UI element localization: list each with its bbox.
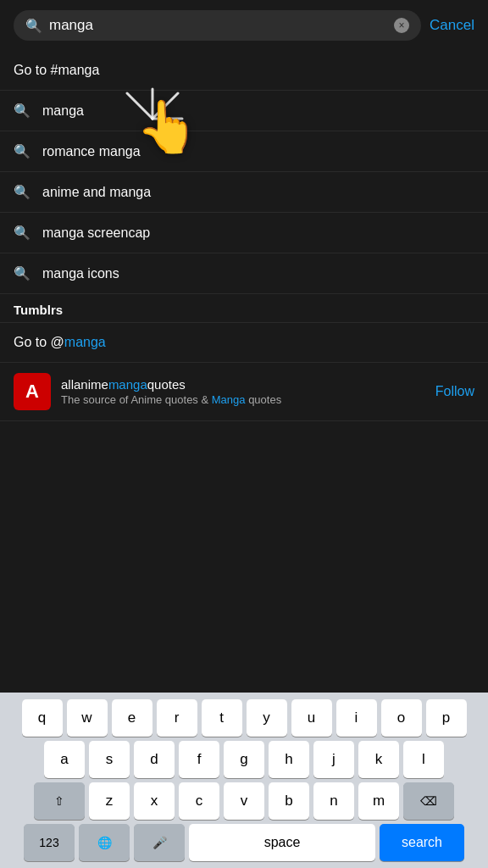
key-d[interactable]: d [134, 741, 175, 778]
tumblr-account-item[interactable]: A allanimemangaquotes The source of Anim… [0, 363, 488, 421]
at-suggestion[interactable]: Go to @manga [0, 323, 488, 363]
follow-button[interactable]: Follow [435, 384, 474, 399]
goto-at-highlight: manga [64, 335, 106, 349]
list-item[interactable]: 🔍 manga icons [0, 253, 488, 294]
search-icon: 🔍 [14, 143, 30, 159]
avatar: A [14, 373, 51, 410]
search-keyboard-button[interactable]: search [380, 824, 464, 861]
tumblr-name: allanimemangaquotes [61, 377, 435, 392]
key-r[interactable]: r [157, 699, 197, 737]
key-a[interactable]: a [44, 741, 85, 778]
search-icon: 🔍 [14, 103, 30, 119]
goto-at-prefix: Go to @ [14, 335, 64, 349]
clear-search-button[interactable]: × [394, 18, 409, 33]
key-s[interactable]: s [89, 741, 130, 778]
goto-hash-prefix: Go to # [14, 63, 58, 77]
key-p[interactable]: p [426, 699, 467, 737]
key-e[interactable]: e [112, 699, 152, 737]
suggestion-text: romance manga [42, 144, 141, 159]
key-k[interactable]: k [358, 741, 399, 778]
key-z[interactable]: z [89, 782, 130, 820]
keyboard-row-3: ⇧ z x c v b n m ⌫ [3, 782, 485, 820]
cancel-button[interactable]: Cancel [430, 17, 474, 34]
keyboard-bottom-row: 123 🌐 🎤 space search [3, 824, 485, 861]
search-icon: 🔍 [25, 18, 42, 34]
tumblr-description: The source of Anime quotes & Manga quote… [61, 393, 435, 406]
keyboard: q w e r t y u i o p a s d f g h j k l ⇧ … [0, 693, 488, 868]
list-item[interactable]: 🔍 manga [0, 91, 488, 131]
key-y[interactable]: y [247, 699, 287, 737]
suggestions-list: Go to #manga 🔍 manga 🔍 romance manga 🔍 a… [0, 51, 488, 294]
key-l[interactable]: l [403, 741, 444, 778]
search-icon: 🔍 [14, 265, 30, 281]
search-bar[interactable]: 🔍 × [14, 10, 421, 41]
key-c[interactable]: c [179, 782, 219, 820]
key-n[interactable]: n [313, 782, 354, 820]
suggestion-text: manga screencap [42, 225, 150, 241]
backspace-key[interactable]: ⌫ [403, 782, 454, 820]
suggestion-text: manga [42, 103, 84, 119]
key-b[interactable]: b [269, 782, 309, 820]
key-u[interactable]: u [291, 699, 332, 737]
tumblrs-section-header: Tumblrs [0, 294, 488, 323]
list-item[interactable]: 🔍 romance manga [0, 131, 488, 172]
numbers-key[interactable]: 123 [24, 824, 75, 861]
key-o[interactable]: o [381, 699, 422, 737]
key-j[interactable]: j [313, 741, 354, 778]
key-i[interactable]: i [336, 699, 377, 737]
keyboard-row-1: q w e r t y u i o p [3, 699, 485, 737]
key-q[interactable]: q [22, 699, 63, 737]
key-m[interactable]: m [358, 782, 399, 820]
hashtag-suggestion[interactable]: Go to #manga [0, 51, 488, 91]
key-t[interactable]: t [202, 699, 242, 737]
key-v[interactable]: v [224, 782, 264, 820]
key-g[interactable]: g [224, 741, 264, 778]
search-bar-container: 🔍 × Cancel [0, 0, 488, 51]
search-icon: 🔍 [14, 225, 30, 241]
search-input[interactable] [49, 17, 387, 34]
globe-key[interactable]: 🌐 [79, 824, 130, 861]
suggestion-text: manga icons [42, 266, 119, 281]
keyboard-row-2: a s d f g h j k l [3, 741, 485, 778]
goto-hash-highlight: manga [58, 63, 99, 77]
shift-key[interactable]: ⇧ [34, 782, 85, 820]
search-icon: 🔍 [14, 184, 30, 200]
key-w[interactable]: w [67, 699, 108, 737]
list-item[interactable]: 🔍 anime and manga [0, 172, 488, 213]
key-h[interactable]: h [269, 741, 309, 778]
key-f[interactable]: f [179, 741, 219, 778]
suggestion-text: anime and manga [42, 185, 151, 200]
space-key[interactable]: space [189, 824, 375, 861]
key-x[interactable]: x [134, 782, 175, 820]
tumblr-info: allanimemangaquotes The source of Anime … [61, 377, 435, 406]
list-item[interactable]: 🔍 manga screencap [0, 213, 488, 253]
mic-key[interactable]: 🎤 [134, 824, 185, 861]
